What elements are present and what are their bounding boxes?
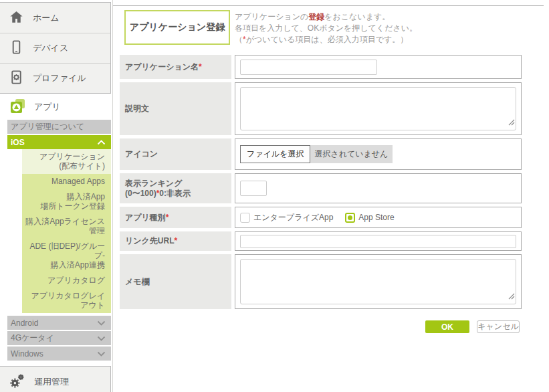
form-actions: OK キャンセル: [120, 320, 520, 333]
section-bar-label: 4Gケータイ: [11, 332, 54, 344]
icon-field-area: ファイルを選択 選択されていません: [235, 138, 522, 170]
section-bar-label: Windows: [11, 349, 43, 359]
app-type-option-enterprise[interactable]: エンタープライズApp: [240, 212, 333, 223]
form-row-description: 説明文: [120, 82, 522, 135]
form-row-app-type: アプリ種別* エンタープライズApp App Store: [120, 207, 522, 228]
sidebar-item-label: 運用管理: [34, 376, 69, 388]
sidebar-section-4g-keitai[interactable]: 4Gケータイ: [7, 331, 111, 345]
ranking-field-area: [235, 173, 522, 203]
submenu-item-ade-group-link[interactable]: ADE (旧DEP)/グループ- 購入済App連携: [22, 239, 111, 273]
chevron-down-icon: [97, 334, 106, 343]
sidebar-section-android[interactable]: Android: [7, 316, 111, 330]
form-row-url: リンク先URL*: [120, 231, 522, 251]
app-name-input[interactable]: [240, 60, 377, 75]
submenu-item-application-distribution-site[interactable]: アプリケーション (配布サイト): [22, 149, 111, 174]
form-row-memo: メモ欄: [120, 254, 522, 309]
page-description: アプリケーションの登録をおこないます。 各項目を入力して、OKボタンを押してくだ…: [235, 10, 417, 45]
ranking-input[interactable]: [240, 181, 267, 196]
sidebar-section-windows[interactable]: Windows: [7, 347, 111, 361]
app-name-field-area: [235, 55, 522, 79]
profile-icon: [9, 70, 24, 87]
sidebar-item-profile[interactable]: プロファイル: [0, 63, 110, 93]
required-mark: *: [175, 236, 178, 246]
submenu-item-app-catalog[interactable]: アプリカタログ: [22, 273, 111, 288]
submenu-item-purchased-app-license[interactable]: 購入済Appライセンス管理: [22, 214, 111, 239]
apps-icon: [9, 97, 27, 117]
chevron-up-icon: [97, 138, 106, 147]
ok-button[interactable]: OK: [425, 320, 469, 333]
submenu-item-app-catalog-layout[interactable]: アプリカタログレイアウト: [22, 288, 111, 313]
sidebar-item-device[interactable]: デバイス: [0, 33, 110, 63]
description-line-2: 各項目を入力して、OKボタンを押してください。: [235, 23, 417, 34]
sidebar-main-divider: [112, 0, 113, 392]
emphasis-text: 登録: [308, 12, 324, 21]
description-textarea[interactable]: [240, 87, 516, 130]
sidebar-bottom-nav: 運用管理 設定: [0, 366, 111, 392]
app-type-label: アプリ種別*: [120, 207, 231, 228]
radio-unchecked-icon[interactable]: [240, 213, 250, 223]
section-bar-label: Android: [11, 318, 38, 328]
file-status-text: 選択されていません: [314, 149, 388, 160]
device-icon: [9, 39, 24, 57]
app-name-label: アプリケーション名*: [120, 55, 231, 79]
app-type-field-area: エンタープライズApp App Store: [235, 207, 522, 228]
chevron-down-icon: [97, 318, 106, 328]
url-input[interactable]: [240, 235, 516, 248]
option-label: App Store: [358, 213, 394, 222]
required-mark: *: [166, 213, 169, 222]
section-bar-label: アプリ管理について: [11, 121, 84, 132]
form-row-icon: アイコン ファイルを選択 選択されていません: [120, 138, 522, 170]
memo-field-area: [235, 254, 522, 309]
sidebar-item-apps[interactable]: アプリ: [0, 94, 111, 120]
sidebar-section-ios[interactable]: iOS: [7, 135, 111, 149]
radio-checked-icon[interactable]: [345, 213, 355, 223]
description-line-3: （*がついている項目は、必須入力項目です。）: [235, 34, 417, 45]
form-row-ranking: 表示ランキング (0〜100)*0:非表示: [120, 173, 522, 203]
sidebar-item-label: プロファイル: [33, 72, 86, 84]
option-label: エンタープライズApp: [253, 212, 333, 223]
application-register-form: アプリケーション名* 説明文 アイコン ファイルを選: [120, 55, 522, 309]
sidebar-section-apps-about[interactable]: アプリ管理について: [7, 120, 111, 134]
file-input: ファイルを選択 選択されていません: [240, 145, 393, 163]
sidebar-top-nav: ホーム デバイス プロファイル: [0, 2, 111, 94]
form-row-app-name: アプリケーション名*: [120, 55, 522, 79]
submenu-item-purchased-app-token[interactable]: 購入済App 場所トークン登録: [22, 189, 111, 214]
description-field-area: [235, 82, 522, 135]
main-content: アプリケーション登録 アプリケーションの登録をおこないます。 各項目を入力して、…: [113, 5, 544, 392]
sidebar-item-home[interactable]: ホーム: [0, 3, 110, 33]
ranking-label: 表示ランキング (0〜100)*0:非表示: [120, 173, 231, 203]
url-label: リンク先URL*: [120, 231, 231, 251]
sidebar: ホーム デバイス プロファイル アプリ アプリ管理について: [0, 0, 111, 392]
sidebar-item-label: アプリ: [34, 101, 61, 113]
memo-textarea[interactable]: [240, 259, 516, 304]
section-bar-label: iOS: [11, 138, 25, 147]
page-header: アプリケーション登録 アプリケーションの登録をおこないます。 各項目を入力して、…: [120, 10, 522, 45]
sidebar-item-label: ホーム: [33, 12, 60, 24]
sidebar-item-label: デバイス: [33, 42, 68, 54]
sidebar-item-operations[interactable]: 運用管理: [0, 367, 110, 392]
operations-icon: [9, 373, 25, 391]
required-mark: *: [199, 62, 202, 72]
cancel-button[interactable]: キャンセル: [477, 320, 520, 333]
description-label: 説明文: [120, 82, 231, 135]
description-line-1: アプリケーションの登録をおこないます。: [235, 11, 417, 23]
chevron-down-icon: [97, 349, 106, 359]
submenu-item-managed-apps[interactable]: Managed Apps: [22, 174, 111, 189]
file-select-button[interactable]: ファイルを選択: [240, 145, 310, 163]
memo-label: メモ欄: [120, 254, 231, 309]
icon-label: アイコン: [120, 138, 231, 170]
url-field-area: [235, 231, 522, 251]
page-title: アプリケーション登録: [124, 10, 230, 45]
home-icon: [9, 9, 24, 27]
app-type-option-appstore[interactable]: App Store: [345, 213, 394, 223]
ios-submenu: アプリケーション (配布サイト) Managed Apps 購入済App 場所ト…: [22, 149, 111, 313]
